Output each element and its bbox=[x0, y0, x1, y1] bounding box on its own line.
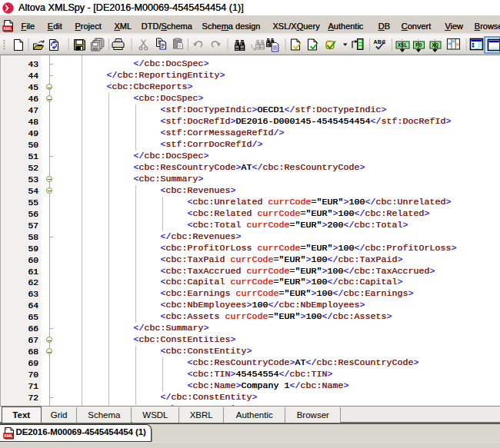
svg-text:XSL: XSL bbox=[398, 42, 408, 48]
svg-text:XQ: XQ bbox=[432, 42, 438, 48]
svg-text:FO: FO bbox=[415, 42, 422, 48]
svg-text:XML: XML bbox=[4, 433, 14, 438]
svg-text:XML: XML bbox=[3, 26, 13, 31]
